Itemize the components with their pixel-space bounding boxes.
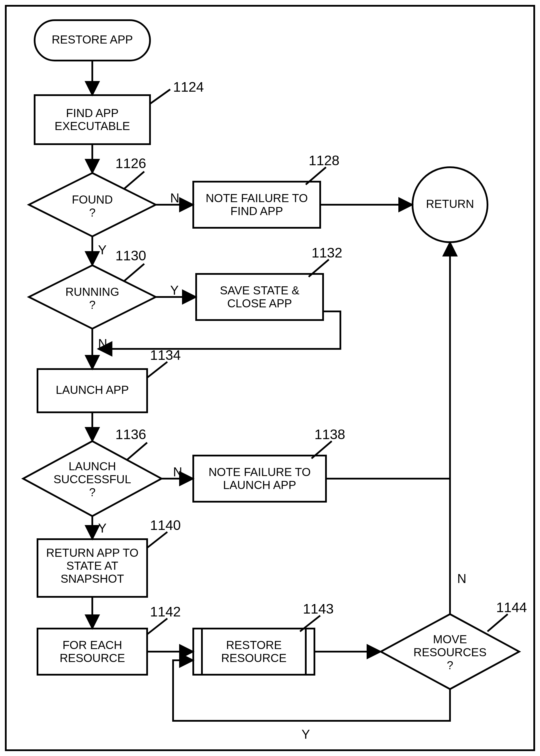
- edge-1136-N: N: [173, 465, 182, 479]
- edge-1126-N: N: [170, 191, 180, 205]
- edge-1136-Y: Y: [98, 521, 106, 535]
- ref-1144: 1144: [496, 600, 527, 615]
- edge-1130-Y: Y: [170, 283, 179, 297]
- n1143-l1: RESTORE: [226, 639, 282, 651]
- node-start: RESTORE APP: [35, 20, 150, 60]
- n1142-l2: RESOURCE: [60, 652, 125, 664]
- n1134-l1: LAUNCH APP: [56, 383, 129, 396]
- n1128-l2: FIND APP: [230, 205, 283, 217]
- ref-1142: 1142: [150, 604, 181, 619]
- ref-1140: 1140: [150, 517, 181, 533]
- node-return: RETURN: [413, 167, 487, 242]
- n1136-l2: SUCCESSFUL: [54, 473, 131, 486]
- flowchart: RESTORE APP FIND APP EXECUTABLE 1124 FOU…: [0, 0, 540, 756]
- edge-1144-Y: Y: [302, 727, 310, 741]
- n1138-l2: LAUNCH APP: [223, 479, 296, 491]
- n1132-l1: SAVE STATE &: [220, 284, 299, 297]
- n1144-l3: ?: [447, 659, 453, 672]
- return-text: RETURN: [426, 197, 474, 210]
- n1144-l1: MOVE: [433, 633, 467, 646]
- ref-1136: 1136: [115, 427, 146, 442]
- n1144-l2: RESOURCES: [413, 646, 486, 659]
- n1126-l1: FOUND: [72, 193, 113, 206]
- start-text: RESTORE APP: [52, 33, 133, 46]
- n1128-l1: NOTE FAILURE TO: [206, 192, 308, 204]
- n1130-l2: ?: [89, 298, 95, 311]
- ref-1126: 1126: [115, 156, 146, 171]
- ref-1124: 1124: [173, 79, 204, 95]
- ref-1128: 1128: [309, 153, 339, 168]
- n1136-l3: ?: [89, 486, 95, 498]
- n1142-l1: FOR EACH: [63, 639, 122, 651]
- edge-1126-Y: Y: [98, 243, 106, 257]
- n1132-l2: CLOSE APP: [227, 297, 292, 310]
- n1138-l1: NOTE FAILURE TO: [208, 466, 311, 478]
- ref-1130: 1130: [115, 248, 146, 263]
- ref-1138: 1138: [315, 427, 345, 442]
- n1124-l1: FIND APP: [66, 107, 119, 119]
- n1140-l3: SNAPSHOT: [61, 572, 124, 585]
- n1130-l1: RUNNING: [66, 285, 119, 298]
- n1124-l2: EXECUTABLE: [55, 120, 130, 132]
- n1126-l2: ?: [89, 206, 95, 219]
- n1140-l1: RETURN APP TO: [46, 546, 138, 559]
- ref-1132: 1132: [312, 245, 342, 260]
- n1136-l1: LAUNCH: [68, 460, 116, 473]
- ref-1143: 1143: [303, 601, 334, 616]
- n1143-l2: RESOURCE: [221, 652, 287, 664]
- edge-1144-N: N: [457, 572, 467, 586]
- n1140-l2: STATE AT: [67, 559, 118, 572]
